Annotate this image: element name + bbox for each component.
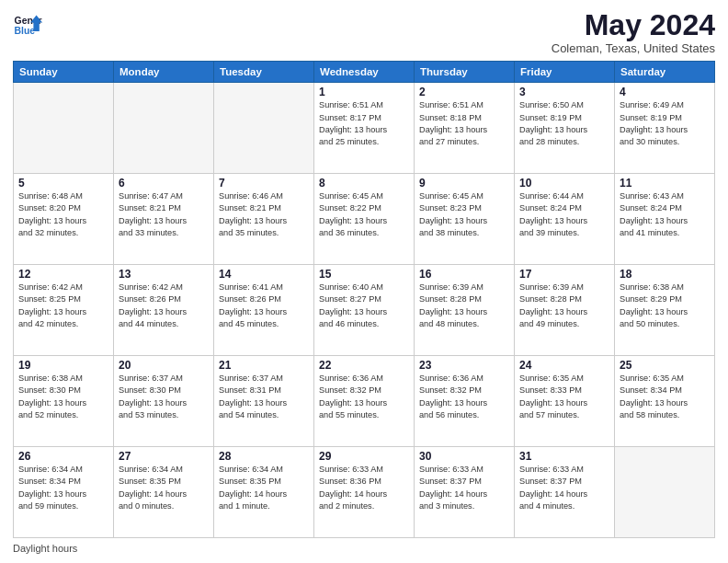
table-row: 8Sunrise: 6:45 AM Sunset: 8:22 PM Daylig… (314, 174, 415, 265)
table-row: 27Sunrise: 6:34 AM Sunset: 8:35 PM Dayli… (114, 447, 214, 538)
day-info: Sunrise: 6:34 AM Sunset: 8:34 PM Dayligh… (18, 464, 108, 512)
table-row: 16Sunrise: 6:39 AM Sunset: 8:28 PM Dayli… (415, 265, 515, 356)
main-title: May 2024 (552, 9, 715, 41)
day-info: Sunrise: 6:47 AM Sunset: 8:21 PM Dayligh… (119, 190, 209, 239)
subtitle: Coleman, Texas, United States (552, 41, 715, 55)
day-number: 16 (419, 268, 509, 281)
table-row: 23Sunrise: 6:36 AM Sunset: 8:32 PM Dayli… (415, 356, 515, 447)
day-number: 11 (620, 177, 710, 190)
day-number: 26 (18, 450, 108, 463)
day-info: Sunrise: 6:44 AM Sunset: 8:24 PM Dayligh… (519, 190, 609, 239)
table-row: 31Sunrise: 6:33 AM Sunset: 8:37 PM Dayli… (515, 447, 615, 538)
table-row: 14Sunrise: 6:41 AM Sunset: 8:26 PM Dayli… (214, 265, 314, 356)
day-number: 10 (519, 177, 609, 190)
table-row (615, 447, 715, 538)
day-info: Sunrise: 6:41 AM Sunset: 8:26 PM Dayligh… (219, 282, 309, 330)
table-row: 11Sunrise: 6:43 AM Sunset: 8:24 PM Dayli… (615, 174, 715, 265)
table-row: 18Sunrise: 6:38 AM Sunset: 8:29 PM Dayli… (615, 265, 715, 356)
logo-icon: General Blue (13, 9, 42, 39)
table-row: 3Sunrise: 6:50 AM Sunset: 8:19 PM Daylig… (515, 83, 615, 174)
day-number: 4 (620, 86, 710, 98)
day-number: 28 (219, 450, 309, 463)
col-thursday: Thursday (415, 62, 515, 83)
svg-text:Blue: Blue (15, 26, 36, 36)
calendar-table: Sunday Monday Tuesday Wednesday Thursday… (13, 61, 715, 538)
col-monday: Monday (114, 62, 214, 83)
day-info: Sunrise: 6:34 AM Sunset: 8:35 PM Dayligh… (219, 464, 309, 512)
calendar-header-row: Sunday Monday Tuesday Wednesday Thursday… (14, 62, 715, 83)
day-number: 13 (119, 268, 209, 281)
table-row: 30Sunrise: 6:33 AM Sunset: 8:37 PM Dayli… (415, 447, 515, 538)
day-info: Sunrise: 6:37 AM Sunset: 8:31 PM Dayligh… (219, 373, 309, 421)
day-number: 12 (18, 268, 108, 281)
day-number: 8 (319, 177, 409, 190)
day-info: Sunrise: 6:46 AM Sunset: 8:21 PM Dayligh… (219, 190, 309, 239)
table-row: 9Sunrise: 6:45 AM Sunset: 8:23 PM Daylig… (415, 174, 515, 265)
table-row: 26Sunrise: 6:34 AM Sunset: 8:34 PM Dayli… (14, 447, 114, 538)
table-row: 28Sunrise: 6:34 AM Sunset: 8:35 PM Dayli… (214, 447, 314, 538)
page: General Blue May 2024 Coleman, Texas, Un… (0, 0, 728, 563)
table-row (214, 83, 314, 174)
day-info: Sunrise: 6:35 AM Sunset: 8:34 PM Dayligh… (620, 373, 710, 421)
day-number: 17 (519, 268, 609, 281)
table-row: 13Sunrise: 6:42 AM Sunset: 8:26 PM Dayli… (114, 265, 214, 356)
col-tuesday: Tuesday (214, 62, 314, 83)
table-row: 22Sunrise: 6:36 AM Sunset: 8:32 PM Dayli… (314, 356, 415, 447)
table-row: 1Sunrise: 6:51 AM Sunset: 8:17 PM Daylig… (314, 83, 415, 174)
day-number: 6 (119, 177, 209, 190)
day-info: Sunrise: 6:40 AM Sunset: 8:27 PM Dayligh… (319, 282, 409, 330)
day-number: 31 (519, 450, 609, 463)
day-info: Sunrise: 6:43 AM Sunset: 8:24 PM Dayligh… (620, 190, 710, 239)
day-info: Sunrise: 6:37 AM Sunset: 8:30 PM Dayligh… (119, 373, 209, 421)
table-row (14, 83, 114, 174)
day-number: 30 (419, 450, 509, 463)
day-number: 23 (419, 359, 509, 372)
col-sunday: Sunday (14, 62, 114, 83)
day-number: 1 (319, 86, 409, 98)
day-info: Sunrise: 6:38 AM Sunset: 8:29 PM Dayligh… (620, 282, 710, 330)
table-row: 29Sunrise: 6:33 AM Sunset: 8:36 PM Dayli… (314, 447, 415, 538)
day-number: 14 (219, 268, 309, 281)
day-number: 29 (319, 450, 409, 463)
table-row (114, 83, 214, 174)
table-row: 4Sunrise: 6:49 AM Sunset: 8:19 PM Daylig… (615, 83, 715, 174)
footer: Daylight hours (13, 543, 715, 554)
day-info: Sunrise: 6:45 AM Sunset: 8:22 PM Dayligh… (319, 190, 409, 239)
day-info: Sunrise: 6:38 AM Sunset: 8:30 PM Dayligh… (18, 373, 108, 421)
table-row: 6Sunrise: 6:47 AM Sunset: 8:21 PM Daylig… (114, 174, 214, 265)
day-info: Sunrise: 6:34 AM Sunset: 8:35 PM Dayligh… (119, 464, 209, 512)
table-row: 2Sunrise: 6:51 AM Sunset: 8:18 PM Daylig… (415, 83, 515, 174)
col-saturday: Saturday (615, 62, 715, 83)
col-wednesday: Wednesday (314, 62, 415, 83)
day-info: Sunrise: 6:48 AM Sunset: 8:20 PM Dayligh… (18, 190, 108, 239)
footer-text: Daylight hours (13, 543, 77, 554)
logo: General Blue (13, 9, 42, 39)
title-block: May 2024 Coleman, Texas, United States (552, 9, 715, 55)
day-info: Sunrise: 6:39 AM Sunset: 8:28 PM Dayligh… (519, 282, 609, 330)
day-info: Sunrise: 6:36 AM Sunset: 8:32 PM Dayligh… (419, 373, 509, 421)
calendar-week-row: 5Sunrise: 6:48 AM Sunset: 8:20 PM Daylig… (14, 174, 715, 265)
day-number: 24 (519, 359, 609, 372)
day-number: 18 (620, 268, 710, 281)
day-number: 19 (18, 359, 108, 372)
day-info: Sunrise: 6:33 AM Sunset: 8:37 PM Dayligh… (419, 464, 509, 512)
table-row: 20Sunrise: 6:37 AM Sunset: 8:30 PM Dayli… (114, 356, 214, 447)
day-number: 7 (219, 177, 309, 190)
col-friday: Friday (515, 62, 615, 83)
day-info: Sunrise: 6:50 AM Sunset: 8:19 PM Dayligh… (519, 99, 609, 148)
day-info: Sunrise: 6:51 AM Sunset: 8:17 PM Dayligh… (319, 99, 409, 148)
table-row: 7Sunrise: 6:46 AM Sunset: 8:21 PM Daylig… (214, 174, 314, 265)
header: General Blue May 2024 Coleman, Texas, Un… (13, 9, 715, 55)
day-info: Sunrise: 6:51 AM Sunset: 8:18 PM Dayligh… (419, 99, 509, 148)
day-info: Sunrise: 6:39 AM Sunset: 8:28 PM Dayligh… (419, 282, 509, 330)
day-number: 21 (219, 359, 309, 372)
day-info: Sunrise: 6:42 AM Sunset: 8:25 PM Dayligh… (18, 282, 108, 330)
day-info: Sunrise: 6:33 AM Sunset: 8:37 PM Dayligh… (519, 464, 609, 512)
table-row: 19Sunrise: 6:38 AM Sunset: 8:30 PM Dayli… (14, 356, 114, 447)
table-row: 15Sunrise: 6:40 AM Sunset: 8:27 PM Dayli… (314, 265, 415, 356)
calendar-week-row: 1Sunrise: 6:51 AM Sunset: 8:17 PM Daylig… (14, 83, 715, 174)
table-row: 17Sunrise: 6:39 AM Sunset: 8:28 PM Dayli… (515, 265, 615, 356)
day-info: Sunrise: 6:42 AM Sunset: 8:26 PM Dayligh… (119, 282, 209, 330)
day-info: Sunrise: 6:33 AM Sunset: 8:36 PM Dayligh… (319, 464, 409, 512)
table-row: 24Sunrise: 6:35 AM Sunset: 8:33 PM Dayli… (515, 356, 615, 447)
